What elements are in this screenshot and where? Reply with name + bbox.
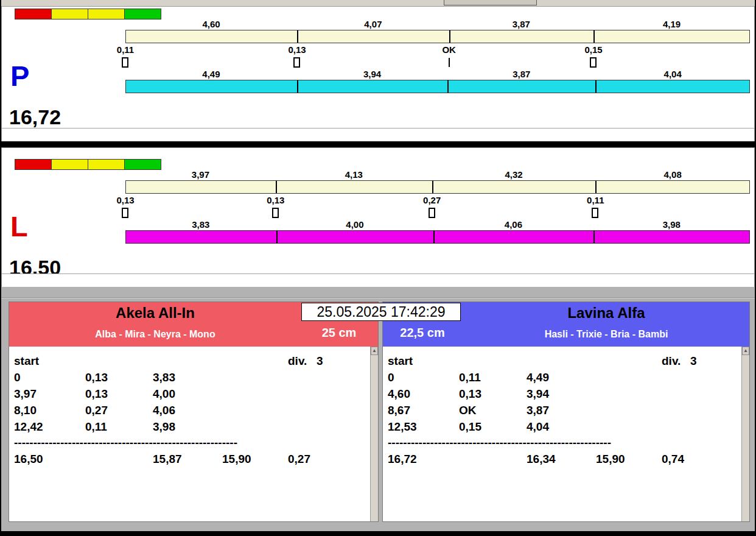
start-light — [125, 160, 161, 169]
div-value: 3 — [690, 354, 697, 368]
split-time-label-top: 4,08 — [645, 169, 700, 180]
total-cell: 16,34 — [527, 453, 556, 466]
start-light — [88, 160, 125, 169]
split-time-label-top: 3,87 — [494, 19, 548, 29]
toolbar-field — [444, 0, 537, 5]
pass-time-label: 0,15 — [572, 44, 615, 55]
bar-segment-divider — [276, 231, 278, 243]
div-label: div. — [288, 354, 307, 368]
start-light — [15, 9, 52, 19]
total-cell: 15,87 — [153, 453, 182, 466]
total-cell: 0,27 — [288, 453, 310, 466]
pass-checkbox — [272, 208, 279, 218]
time-cell: 4,49 — [527, 371, 549, 384]
split-bar-bottom — [125, 80, 750, 93]
results-section: Akela All-InAlba - Mira - Neyra - Mono25… — [1, 287, 755, 531]
pass-checkbox — [122, 57, 128, 68]
lane-letter: P — [10, 62, 29, 90]
start-lights — [15, 9, 161, 19]
pass-time-label: 0,11 — [104, 44, 147, 55]
pass-checkbox — [293, 57, 300, 68]
team-dogs: Alba - Mira - Neyra - Mono — [9, 329, 301, 340]
split-bar-bottom — [125, 230, 750, 244]
start-light — [52, 9, 88, 19]
app-window: 4,604,073,874,194,493,943,874,040,110,13… — [0, 0, 756, 536]
lane-letter: L — [10, 212, 28, 241]
start-light — [52, 160, 88, 169]
time-cell: 0,13 — [85, 371, 108, 384]
split-bar-top — [125, 30, 750, 43]
jump-height: 22,5 cm — [383, 326, 462, 340]
split-time-label-top: 3,97 — [173, 169, 228, 180]
pass-ok-marker — [449, 58, 450, 67]
scrollbar[interactable]: ▲ — [741, 347, 749, 521]
start-light — [125, 9, 161, 19]
split-time-label-bottom: 4,00 — [327, 219, 382, 230]
start-lights — [15, 159, 161, 170]
time-cell: 3,94 — [527, 387, 549, 401]
bar-segment-divider — [595, 80, 597, 93]
scroll-up-button[interactable]: ▲ — [371, 347, 378, 355]
lane-panel-p: 4,604,073,874,194,493,943,874,040,110,13… — [1, 6, 755, 141]
team-panel-right: Lavina AlfaHasli - Trixie - Bria - Bambi… — [382, 302, 750, 522]
time-cell: 0,13 — [459, 387, 481, 401]
time-cell: 0,11 — [459, 371, 481, 384]
time-cell: 0,11 — [85, 420, 107, 434]
time-cell: 0,13 — [85, 387, 108, 401]
timestamp-display: 25.05.2025 17:42:29 — [301, 303, 461, 321]
jump-height: 25 cm — [300, 326, 378, 340]
pass-checkbox — [590, 57, 597, 68]
time-cell: 4,06 — [153, 404, 175, 417]
team-results-area: startdiv.300,133,833,970,134,008,100,274… — [9, 347, 378, 521]
time-cell: 12,53 — [388, 420, 417, 434]
bar-segment-divider — [433, 231, 435, 243]
time-cell: 8,67 — [388, 404, 410, 417]
pass-checkbox — [429, 208, 435, 218]
toolbar-remnant — [1, 0, 755, 6]
pass-time-label: 0,13 — [276, 44, 318, 55]
time-cell: 3,97 — [14, 387, 37, 401]
total-cell: 0,74 — [662, 453, 684, 466]
split-time-label-bottom: 3,98 — [644, 219, 699, 230]
pass-time-label: 0,13 — [104, 195, 147, 205]
scroll-up-button[interactable]: ▲ — [742, 347, 749, 355]
total-cell: 15,90 — [222, 453, 251, 466]
team-dogs: Hasli - Trixie - Bria - Bambi — [462, 329, 751, 340]
total-cell: 15,90 — [596, 453, 625, 466]
time-cell: 4,00 — [153, 387, 175, 401]
time-cell: 4,04 — [527, 420, 549, 434]
pass-checkbox — [592, 208, 598, 218]
split-time-label-bottom: 4,49 — [184, 69, 239, 79]
split-time-label-top: 4,60 — [184, 19, 239, 29]
bar-segment-divider — [276, 181, 277, 193]
lane-panel-l: 3,974,134,324,083,834,004,063,980,130,13… — [1, 147, 755, 287]
team-name: Lavina Alfa — [462, 305, 751, 322]
team-results-area: startdiv.300,114,494,600,133,948,67OK3,8… — [383, 347, 749, 521]
lane-total-time: 16,72 — [9, 107, 61, 127]
start-light — [15, 160, 52, 169]
time-cell: 0,27 — [85, 404, 108, 417]
start-label: start — [14, 354, 39, 368]
pass-time-label: 0,11 — [574, 195, 617, 205]
lane-footer-strip — [2, 128, 754, 141]
pass-time-label: 0,27 — [411, 195, 453, 205]
time-cell: 3,87 — [527, 404, 549, 417]
team-panel-left: Akela All-InAlba - Mira - Neyra - Mono25… — [9, 302, 379, 522]
bar-segment-divider — [595, 181, 597, 193]
pass-checkbox — [122, 208, 128, 218]
split-time-label-top: 4,19 — [645, 19, 699, 29]
time-cell: 0,15 — [459, 420, 481, 434]
scrollbar[interactable]: ▲ — [370, 347, 378, 521]
split-time-label-top: 4,13 — [326, 169, 381, 180]
split-time-label-top: 4,07 — [346, 19, 401, 29]
div-value: 3 — [317, 354, 323, 368]
split-time-label-bottom: 3,83 — [173, 219, 228, 230]
start-light — [88, 9, 125, 19]
time-cell: 0 — [14, 371, 21, 384]
split-time-label-bottom: 3,87 — [494, 69, 549, 79]
bar-segment-divider — [432, 181, 433, 193]
time-cell: 0 — [388, 371, 394, 384]
time-cell: OK — [459, 404, 477, 417]
pass-time-label: OK — [428, 44, 471, 55]
split-time-label-bottom: 4,04 — [645, 69, 700, 79]
